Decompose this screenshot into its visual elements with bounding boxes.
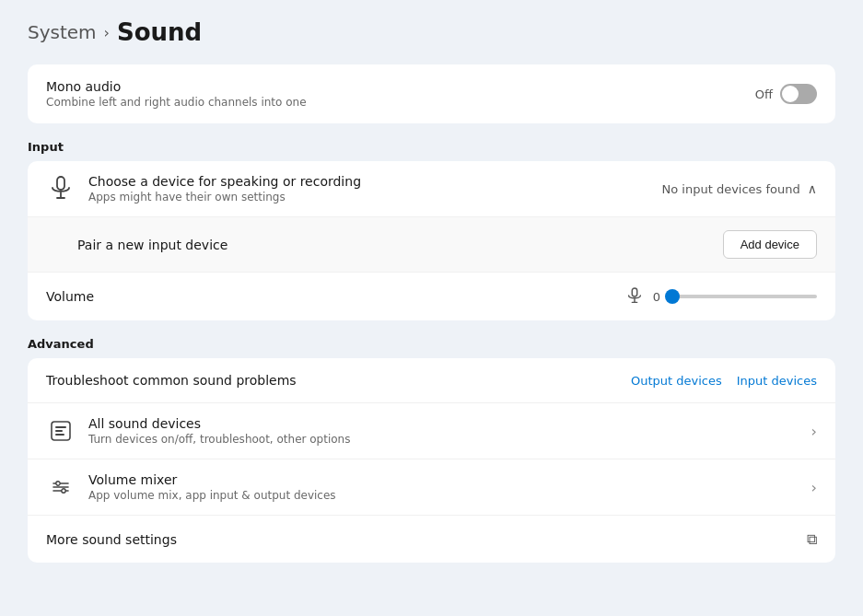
chevron-up-icon[interactable]: ∧ (808, 181, 817, 196)
volume-mixer-chevron: › (811, 479, 817, 496)
volume-mixer-subtitle: App volume mix, app input & output devic… (88, 489, 336, 502)
volume-slider[interactable] (670, 287, 817, 306)
add-device-button[interactable]: Add device (723, 230, 817, 259)
input-card: Choose a device for speaking or recordin… (28, 161, 835, 320)
volume-row: Volume 0 (28, 273, 835, 320)
more-sound-settings-text: More sound settings (46, 532, 177, 547)
pair-device-row: Pair a new input device Add device (28, 217, 835, 273)
volume-mixer-title: Volume mixer (88, 472, 336, 487)
volume-label: Volume (46, 289, 94, 304)
input-section-label: Input (28, 140, 835, 154)
advanced-section-label: Advanced (28, 337, 835, 351)
external-link-icon: ⧉ (807, 530, 817, 548)
volume-number: 0 (653, 290, 660, 304)
svg-rect-0 (57, 177, 64, 190)
no-devices-text: No input devices found (662, 182, 800, 196)
more-sound-settings-row[interactable]: More sound settings ⧉ (28, 516, 835, 563)
choose-device-subtitle: Apps might have their own settings (88, 191, 361, 203)
all-sound-devices-title: All sound devices (88, 416, 350, 431)
choose-device-row[interactable]: Choose a device for speaking or recordin… (28, 161, 835, 217)
breadcrumb-system[interactable]: System (28, 21, 97, 43)
mono-audio-toggle-label: Off (755, 87, 773, 101)
all-sound-devices-chevron: › (811, 423, 817, 440)
input-devices-link[interactable]: Input devices (737, 374, 817, 388)
mono-audio-toggle[interactable] (780, 84, 817, 104)
svg-rect-3 (632, 288, 636, 296)
mono-audio-toggle-group: Off (755, 84, 817, 104)
svg-rect-9 (55, 434, 64, 436)
breadcrumb: System › Sound (28, 18, 835, 46)
page-title: Sound (117, 18, 202, 46)
breadcrumb-chevron: › (104, 24, 110, 41)
mono-audio-card: Mono audio Combine left and right audio … (28, 64, 835, 123)
svg-rect-8 (55, 430, 63, 432)
svg-rect-7 (55, 426, 66, 428)
volume-mic-icon (625, 287, 644, 306)
microphone-icon (46, 174, 76, 203)
svg-point-14 (62, 489, 65, 493)
output-devices-link[interactable]: Output devices (631, 374, 722, 388)
all-sound-devices-row[interactable]: All sound devices Turn devices on/off, t… (28, 403, 835, 459)
all-sound-devices-subtitle: Turn devices on/off, troubleshoot, other… (88, 433, 350, 446)
mono-audio-subtitle: Combine left and right audio channels in… (46, 96, 307, 109)
volume-mixer-row[interactable]: Volume mixer App volume mix, app input &… (28, 459, 835, 516)
mono-audio-text: Mono audio Combine left and right audio … (46, 79, 307, 109)
troubleshoot-row: Troubleshoot common sound problems Outpu… (28, 358, 835, 403)
pair-device-text: Pair a new input device (77, 238, 227, 252)
svg-point-13 (56, 482, 60, 485)
choose-device-title: Choose a device for speaking or recordin… (88, 174, 361, 189)
troubleshoot-text: Troubleshoot common sound problems (46, 373, 297, 388)
advanced-card: Troubleshoot common sound problems Outpu… (28, 358, 835, 563)
sound-devices-icon (46, 416, 76, 446)
mono-audio-title: Mono audio (46, 79, 307, 94)
volume-mixer-icon (46, 472, 76, 502)
